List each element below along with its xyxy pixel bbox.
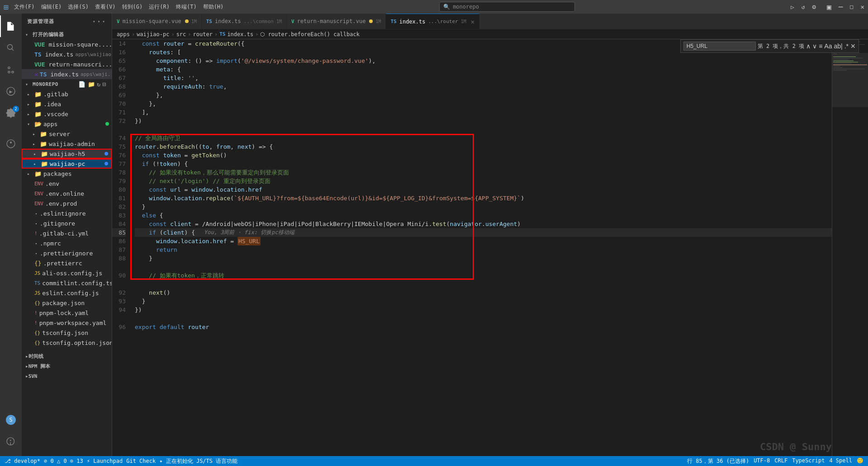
open-editor-return-manuscript[interactable]: VUE return-manuscri... 1M	[22, 59, 112, 69]
status-spell[interactable]: 4 Spell	[829, 457, 852, 465]
tab-index-common[interactable]: TS index.ts ...\common 1M	[202, 14, 287, 29]
tab-mission-square[interactable]: V mission-square.vue 1M	[112, 14, 202, 29]
tree-gitignore[interactable]: · .gitignore	[22, 218, 112, 228]
tree-eslintignore[interactable]: · .eslintignore	[22, 208, 112, 218]
tree-pnpm-workspace[interactable]: ! pnpm-workspace.yaml	[22, 318, 112, 328]
find-close-btn[interactable]: ✕	[850, 42, 856, 50]
status-launchpad[interactable]: ⚡ Launchpad	[87, 458, 123, 464]
sidebar-more-icon[interactable]: ···	[92, 17, 106, 26]
find-next-btn[interactable]: ∨	[812, 42, 817, 50]
menu-terminal[interactable]: 终端(T)	[176, 3, 197, 11]
tree-gitlab-ci[interactable]: ! .gitlab-ci.yml	[22, 228, 112, 238]
status-errors[interactable]: ⊘ 0 △ 0 ⊙ 13	[44, 458, 83, 464]
code-area[interactable]: const router = createRouter({ routes: [ …	[130, 39, 832, 456]
tree-waijiao-pc[interactable]: ▸ 📁 waijiao-pc	[22, 159, 112, 169]
minimize-btn[interactable]: ─	[839, 3, 843, 11]
new-file-icon[interactable]: 📄	[78, 81, 86, 88]
activity-manage[interactable]	[0, 431, 22, 452]
breadcrumb-waijiao-pc[interactable]: waijiao-pc	[137, 31, 169, 38]
find-input[interactable]	[683, 42, 756, 51]
find-word-btn[interactable]: ab|	[834, 42, 842, 50]
menu-view[interactable]: 查看(V)	[95, 3, 116, 11]
tab-close-icon[interactable]: ✕	[471, 18, 474, 25]
activity-remote[interactable]	[0, 133, 22, 155]
activity-search[interactable]	[0, 37, 22, 59]
tree-vscode[interactable]: ▸ 📁 .vscode	[22, 109, 112, 119]
tree-idea[interactable]: ▸ 📁 .idea	[22, 99, 112, 109]
menu-help[interactable]: 帮助(H)	[203, 3, 224, 11]
section-open-editors[interactable]: ▾ 打开的编辑器	[22, 29, 112, 39]
tree-env-online[interactable]: ENV .env.online	[22, 188, 112, 198]
tree-env[interactable]: ENV .env	[22, 179, 112, 188]
tree-server[interactable]: ▸ 📁 server	[22, 129, 112, 139]
tree-package-json[interactable]: {} package.json	[22, 298, 112, 308]
menu-file[interactable]: 文件(F)	[14, 3, 35, 11]
maximize-btn[interactable]: □	[850, 4, 853, 10]
breadcrumb-router[interactable]: router	[193, 31, 213, 38]
search-bar[interactable]: 🔍 monorepo	[439, 2, 575, 12]
tree-packages[interactable]: ▸ 📁 packages	[22, 169, 112, 179]
menu-run[interactable]: 运行(R)	[149, 3, 170, 11]
refresh-icon[interactable]: ↻	[97, 81, 100, 88]
menu-edit[interactable]: 编辑(E)	[41, 3, 62, 11]
find-case-btn[interactable]: Aa	[824, 42, 832, 50]
activity-explorer[interactable]	[0, 15, 22, 37]
activity-extensions[interactable]: 2	[0, 102, 22, 124]
tree-waijiao-h5[interactable]: ▸ 📁 waijiao-h5	[22, 149, 112, 159]
menu-bar[interactable]: 文件(F) 编辑(E) 选择(S) 查看(V) 转到(G) 运行(R) 终端(T…	[14, 3, 224, 11]
open-editor-mission-square[interactable]: VUE mission-square....vue 1M	[22, 39, 112, 49]
close-btn[interactable]: ✕	[861, 3, 864, 10]
status-feedback[interactable]: 🙂	[857, 457, 863, 465]
find-regex-btn[interactable]: .*	[844, 42, 849, 50]
section-timeline[interactable]: ▸ 时间线	[22, 351, 112, 361]
tree-eslint-config[interactable]: JS eslint.config.js	[22, 288, 112, 298]
tree-prettierignore[interactable]: · .prettierignore	[22, 248, 112, 258]
breadcrumb-src[interactable]: src	[176, 31, 186, 38]
chevron-right-icon: ▸	[25, 363, 28, 369]
layout-icon[interactable]: ▣	[827, 3, 831, 11]
settings-icon[interactable]: ⚙	[812, 3, 816, 10]
tab-return-manuscript[interactable]: V return-manuscript.vue 1M	[287, 14, 386, 29]
breadcrumb: apps › waijiao-pc › src › router › TS in…	[112, 29, 868, 39]
find-widget[interactable]: 第 2 项，共 2 项 ∧ ∨ ≡ Aa ab| .* ✕	[680, 39, 859, 53]
status-branch[interactable]: ⎇ develop*	[5, 458, 40, 464]
tree-env-prod[interactable]: ENV .env.prod	[22, 198, 112, 208]
tree-npmrc[interactable]: · .npmrc	[22, 238, 112, 248]
tree-pnpm-lock[interactable]: ! pnpm-lock.yaml	[22, 308, 112, 318]
find-filter-btn[interactable]: ≡	[819, 42, 822, 50]
status-eol[interactable]: CRLF	[774, 457, 787, 465]
breadcrumb-apps[interactable]: apps	[117, 31, 130, 38]
run-icon[interactable]: ▷	[791, 4, 794, 10]
open-editor-index-ts[interactable]: TS index.ts apps\waijiao-a...	[22, 49, 112, 59]
activity-source-control[interactable]	[0, 59, 22, 80]
code-line-81: window.location.replace(`${AUTH_URL}?fro…	[135, 194, 832, 202]
activity-run-debug[interactable]	[0, 80, 22, 102]
status-git[interactable]: Git Check	[126, 458, 156, 464]
open-editor-index-router[interactable]: ✕ TS index.ts apps\waji...	[22, 69, 112, 79]
status-language[interactable]: TypeScript	[792, 457, 825, 465]
tree-ali-oss[interactable]: JS ali-oss.config.js	[22, 268, 112, 278]
section-npm-scripts[interactable]: ▸ NPM 脚本	[22, 361, 112, 371]
collapse-icon[interactable]: ⊟	[103, 81, 106, 88]
open-editor-label: index.ts	[50, 71, 79, 78]
debug-icon[interactable]: ↺	[802, 4, 805, 10]
new-folder-icon[interactable]: 📁	[88, 81, 95, 88]
tree-waijiao-admin[interactable]: ▸ 📁 waijiao-admin	[22, 139, 112, 149]
breadcrumb-callback[interactable]: ⬡ router.beforeEach() callback	[260, 31, 360, 38]
section-svn[interactable]: ▸ SVN	[22, 371, 112, 381]
tree-commitlint[interactable]: TS commitlint.config.ts	[22, 278, 112, 288]
activity-accounts[interactable]: S	[0, 409, 22, 431]
breadcrumb-indexts[interactable]: index.ts	[227, 31, 253, 38]
tree-gitlab[interactable]: ▸ 📁 .gitlab	[22, 89, 112, 99]
menu-select[interactable]: 选择(S)	[68, 3, 89, 11]
tree-prettierrc[interactable]: {} .prettierrc	[22, 258, 112, 268]
tree-tsconfig-option[interactable]: {} tsconfig.option.json	[22, 338, 112, 348]
tab-index-router[interactable]: TS index.ts ...\router 1M ✕	[386, 14, 479, 29]
section-monorepo[interactable]: ▾ MONOREPO 📄 📁 ↻ ⊟	[22, 79, 112, 89]
find-prev-btn[interactable]: ∧	[806, 42, 811, 50]
tree-tsconfig[interactable]: {} tsconfig.json	[22, 328, 112, 338]
menu-goto[interactable]: 转到(G)	[122, 3, 143, 11]
status-encoding[interactable]: UTF-8	[754, 457, 770, 465]
tree-apps[interactable]: ▾ 📂 apps	[22, 119, 112, 129]
status-position[interactable]: 行 85，第 36 (已选择)	[687, 457, 749, 465]
